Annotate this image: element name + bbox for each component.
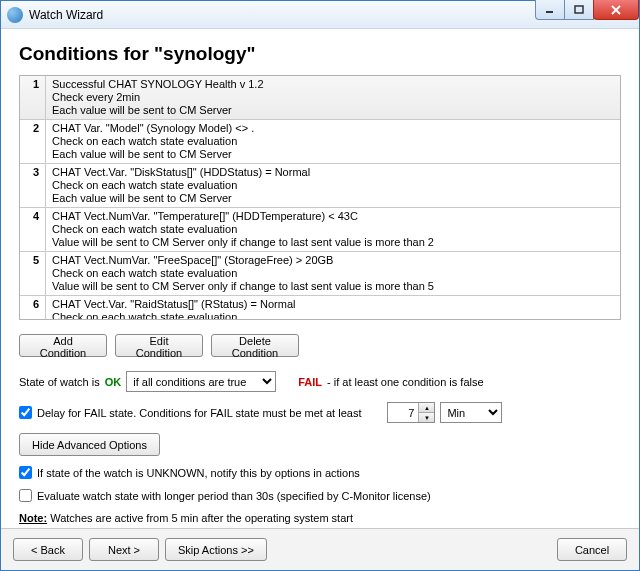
- row-number: 3: [20, 164, 46, 207]
- window-title: Watch Wizard: [29, 8, 103, 22]
- condition-row[interactable]: 5CHAT Vect.NumVar. "FreeSpace[]" (Storag…: [20, 252, 620, 296]
- delete-condition-button[interactable]: Delete Condition: [211, 334, 299, 357]
- row-number: 6: [20, 296, 46, 320]
- edit-condition-button[interactable]: Edit Condition: [115, 334, 203, 357]
- minimize-button[interactable]: [535, 0, 565, 20]
- row-text: CHAT Vect.Var. "RaidStatus[]" (RStatus) …: [46, 296, 620, 320]
- unknown-notify-checkbox[interactable]: [19, 466, 32, 479]
- ok-condition-select[interactable]: if all conditions are true: [126, 371, 276, 392]
- row-number: 2: [20, 120, 46, 163]
- next-button[interactable]: Next >: [89, 538, 159, 561]
- delay-unit-select[interactable]: Min: [440, 402, 502, 423]
- state-prefix: State of watch is: [19, 376, 100, 388]
- hide-advanced-button[interactable]: Hide Advanced Options: [19, 433, 160, 456]
- cancel-button[interactable]: Cancel: [557, 538, 627, 561]
- row-text: CHAT Var. "Model" (Synology Model) <> .C…: [46, 120, 620, 163]
- row-text: CHAT Vect.NumVar. "FreeSpace[]" (Storage…: [46, 252, 620, 295]
- row-number: 1: [20, 76, 46, 119]
- page-title: Conditions for "synology": [19, 43, 621, 65]
- delay-value-spinner[interactable]: ▲▼: [387, 402, 435, 423]
- close-button[interactable]: [593, 0, 639, 20]
- wizard-footer: < Back Next > Skip Actions >> Cancel: [1, 528, 639, 570]
- condition-row[interactable]: 4CHAT Vect.NumVar. "Temperature[]" (HDDT…: [20, 208, 620, 252]
- back-button[interactable]: < Back: [13, 538, 83, 561]
- conditions-list[interactable]: 1Successful CHAT SYNOLOGY Health v 1.2Ch…: [19, 75, 621, 320]
- state-fail-cond: - if at least one condition is false: [327, 376, 484, 388]
- add-condition-button[interactable]: Add Condition: [19, 334, 107, 357]
- row-text: CHAT Vect.NumVar. "Temperature[]" (HDDTe…: [46, 208, 620, 251]
- longer-period-label: Evaluate watch state with longer period …: [37, 490, 431, 502]
- note: Note: Watches are active from 5 min afte…: [19, 512, 621, 524]
- condition-row[interactable]: 6CHAT Vect.Var. "RaidStatus[]" (RStatus)…: [20, 296, 620, 320]
- spin-up-icon[interactable]: ▲: [419, 403, 434, 412]
- watch-wizard-window: Watch Wizard Conditions for "synology" 1…: [0, 0, 640, 571]
- row-number: 4: [20, 208, 46, 251]
- longer-period-checkbox[interactable]: [19, 489, 32, 502]
- state-fail: FAIL: [298, 376, 322, 388]
- row-text: Successful CHAT SYNOLOGY Health v 1.2Che…: [46, 76, 620, 119]
- unknown-notify-label: If state of the watch is UNKNOWN, notify…: [37, 467, 360, 479]
- condition-row[interactable]: 1Successful CHAT SYNOLOGY Health v 1.2Ch…: [20, 76, 620, 120]
- spin-down-icon[interactable]: ▼: [419, 412, 434, 422]
- row-number: 5: [20, 252, 46, 295]
- maximize-button[interactable]: [564, 0, 594, 20]
- state-ok: OK: [105, 376, 122, 388]
- delay-value-input[interactable]: [388, 403, 418, 422]
- delay-checkbox[interactable]: [19, 406, 32, 419]
- row-text: CHAT Vect.Var. "DiskStatus[]" (HDDStatus…: [46, 164, 620, 207]
- condition-row[interactable]: 2CHAT Var. "Model" (Synology Model) <> .…: [20, 120, 620, 164]
- delay-label: Delay for FAIL state. Conditions for FAI…: [37, 407, 361, 419]
- condition-row[interactable]: 3CHAT Vect.Var. "DiskStatus[]" (HDDStatu…: [20, 164, 620, 208]
- app-icon: [7, 7, 23, 23]
- skip-actions-button[interactable]: Skip Actions >>: [165, 538, 267, 561]
- titlebar[interactable]: Watch Wizard: [1, 1, 639, 29]
- svg-rect-1: [575, 6, 583, 13]
